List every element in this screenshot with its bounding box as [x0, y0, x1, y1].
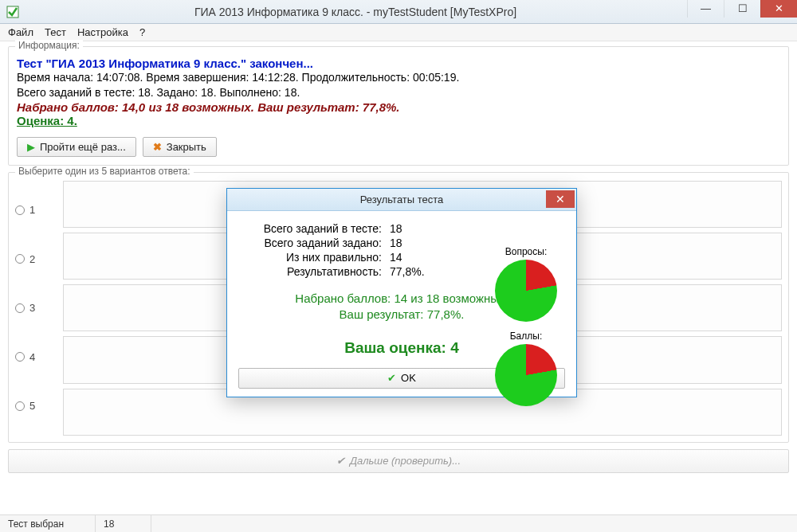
info-grade-line: Оценка: 4. — [17, 114, 780, 127]
close-button[interactable]: ✖ Закрыть — [143, 137, 217, 157]
answer-option-label: 5 — [29, 400, 35, 412]
info-legend: Информация: — [15, 40, 83, 51]
stat-correct-label: Из них правильно: — [238, 251, 390, 264]
menu-settings[interactable]: Настройка — [77, 26, 128, 38]
radio-icon — [15, 303, 25, 313]
ok-button-label: OK — [401, 372, 416, 384]
menu-help[interactable]: ? — [139, 26, 145, 38]
play-icon: ▶ — [27, 141, 35, 153]
info-time-line: Время начала: 14:07:08. Время завершения… — [17, 70, 780, 85]
radio-icon — [15, 205, 25, 215]
window-titlebar: ГИА 2013 Информатика 9 класс. - myTestSt… — [0, 0, 797, 24]
next-button-label: Дальше (проверить)... — [350, 455, 461, 467]
statusbar: Тест выбран 18 — [0, 514, 797, 532]
stat-perf-value: 77,8%. — [390, 265, 430, 278]
maximize-button[interactable]: ☐ — [724, 0, 760, 18]
retry-button-label: Пройти ещё раз... — [40, 141, 126, 153]
status-count: 18 — [96, 515, 151, 532]
stat-asked-value: 18 — [390, 237, 430, 249]
next-button[interactable]: ✔ Дальше (проверить)... — [8, 449, 789, 473]
check-icon: ✔ — [387, 372, 396, 384]
dialog-titlebar: Результаты теста ✕ — [227, 189, 576, 211]
points-pie-chart — [495, 344, 557, 406]
points-pie-wrap: Баллы: — [490, 331, 562, 406]
questions-pie-label: Вопросы: — [490, 246, 562, 257]
results-dialog: Результаты теста ✕ Вопросы: Баллы: Всего… — [226, 188, 577, 397]
status-left: Тест выбран — [0, 515, 96, 532]
info-tasks-line: Всего заданий в тесте: 18. Задано: 18. В… — [17, 85, 780, 100]
info-score-line: Набрано баллов: 14,0 из 18 возможных. Ва… — [17, 100, 780, 114]
info-title: Тест "ГИА 2013 Информатика 9 класс." зак… — [17, 57, 780, 70]
answer-option[interactable]: 5 — [15, 400, 55, 412]
answer-option-label: 3 — [29, 302, 35, 314]
answers-legend: Выберите один из 5 вариантов ответа: — [15, 166, 194, 177]
stat-asked-label: Всего заданий задано: — [238, 237, 390, 249]
minimize-button[interactable]: — — [687, 0, 724, 18]
answer-option-label: 2 — [29, 253, 35, 265]
stat-correct-value: 14 — [390, 251, 430, 264]
radio-icon — [15, 401, 25, 411]
dialog-title: Результаты теста — [360, 194, 444, 205]
answer-option-label: 1 — [29, 204, 35, 216]
menubar: Файл Тест Настройка ? — [0, 24, 797, 41]
answer-option[interactable]: 4 — [15, 351, 55, 363]
app-icon — [6, 6, 19, 18]
questions-pie-chart — [495, 260, 557, 322]
stat-perf-label: Результативность: — [238, 265, 390, 278]
answer-option[interactable]: 1 — [15, 204, 55, 216]
answer-option[interactable]: 2 — [15, 253, 55, 265]
dialog-close-button[interactable]: ✕ — [546, 190, 575, 208]
check-icon: ✔ — [336, 455, 345, 467]
status-filler — [151, 515, 797, 532]
close-icon: ✖ — [153, 141, 162, 153]
menu-file[interactable]: Файл — [8, 26, 33, 38]
retry-button[interactable]: ▶ Пройти ещё раз... — [17, 137, 136, 157]
menu-test[interactable]: Тест — [45, 26, 66, 38]
answers-radio-column: 1 2 3 4 5 — [15, 181, 55, 436]
answer-option-label: 4 — [29, 351, 35, 363]
close-button-label: Закрыть — [167, 141, 206, 153]
points-pie-label: Баллы: — [490, 331, 562, 342]
info-groupbox: Информация: Тест "ГИА 2013 Информатика 9… — [8, 46, 789, 166]
questions-pie-wrap: Вопросы: — [490, 246, 562, 322]
stat-total-value: 18 — [390, 222, 430, 235]
radio-icon — [15, 352, 25, 362]
window-title: ГИА 2013 Информатика 9 класс. - myTestSt… — [24, 6, 687, 18]
stat-total-label: Всего заданий в тесте: — [238, 222, 390, 235]
answer-option[interactable]: 3 — [15, 302, 55, 314]
radio-icon — [15, 254, 25, 264]
window-close-button[interactable]: ✕ — [760, 0, 797, 18]
window-controls: — ☐ ✕ — [687, 0, 797, 18]
